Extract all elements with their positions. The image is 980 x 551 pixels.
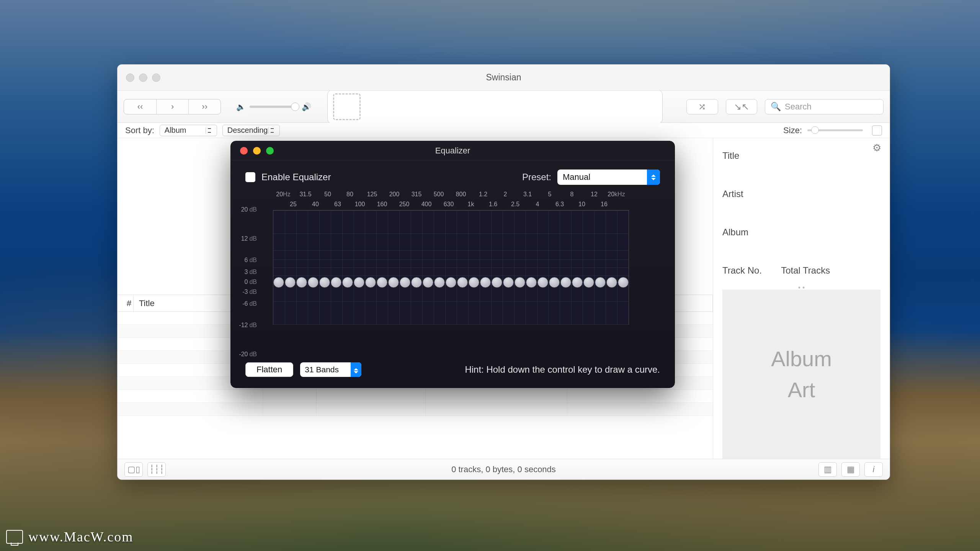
view-columns-button[interactable]: ▥ [818, 462, 837, 477]
search-field[interactable]: 🔍 Search [765, 99, 884, 114]
freq-label: 20Hz [272, 191, 294, 198]
size-label: Size: [783, 126, 802, 135]
eq-band-slider[interactable] [572, 277, 583, 288]
toolbar: ‹‹ › ›› 🔈 🔊 ⤮ ↘↖ 🔍 Search [118, 91, 890, 123]
preset-value: Manual [563, 172, 590, 182]
volume-low-icon: 🔈 [236, 102, 246, 111]
size-max-icon[interactable] [872, 126, 882, 135]
eq-band-slider[interactable] [595, 277, 606, 288]
freq-label: 400 [415, 201, 438, 208]
view-grid-button[interactable]: ▦ [841, 462, 860, 477]
eq-band-slider[interactable] [560, 277, 571, 288]
status-text: 0 tracks, 0 bytes, 0 seconds [118, 465, 890, 474]
eq-band-slider[interactable] [446, 277, 456, 288]
flatten-button[interactable]: Flatten [245, 362, 293, 377]
traffic-lights-inactive[interactable] [126, 73, 160, 82]
info-button[interactable]: i [864, 462, 883, 477]
volume-high-icon: 🔊 [302, 102, 311, 111]
next-button[interactable]: ›› [188, 99, 220, 114]
eq-band-slider[interactable] [331, 277, 341, 288]
freq-label: 630 [438, 201, 460, 208]
select-stepper-icon [351, 362, 361, 377]
eq-band-slider[interactable] [492, 277, 502, 288]
panel-left-icon: ▢▯ [127, 465, 140, 474]
checkbox-icon [245, 172, 255, 182]
gear-icon[interactable]: ⚙ [872, 142, 881, 154]
eq-band-slider[interactable] [514, 277, 525, 288]
album-art-well[interactable]: AlbumArt [722, 290, 880, 459]
eq-band-slider[interactable] [549, 277, 560, 288]
db-label: -3dB [242, 289, 257, 295]
sort-order-select[interactable]: Descending [222, 125, 280, 136]
column-number[interactable]: # [121, 295, 134, 312]
eq-band-slider[interactable] [273, 277, 284, 288]
watermark: www.MacW.com [6, 529, 133, 545]
eq-band-slider[interactable] [342, 277, 353, 288]
eq-band-slider[interactable] [583, 277, 594, 288]
enable-equalizer-checkbox[interactable]: Enable Equalizer [245, 172, 331, 183]
sort-field-select[interactable]: Album [160, 125, 217, 136]
freq-label: 250 [393, 201, 415, 208]
preset-select[interactable]: Manual [557, 170, 660, 185]
status-bar: ▢▯ ┆┆┆ 0 tracks, 0 bytes, 0 seconds ▥ ▦ … [118, 459, 890, 479]
collapse-button[interactable]: ↘↖ [726, 99, 757, 114]
freq-label: 50 [317, 191, 339, 198]
bands-select[interactable]: 31 Bands [300, 362, 361, 377]
minimize-icon[interactable] [139, 73, 147, 82]
eq-traffic-lights[interactable] [240, 147, 274, 155]
shuffle-icon: ⤮ [698, 101, 706, 112]
db-label: 12dB [241, 235, 257, 242]
volume-slider[interactable] [250, 106, 298, 108]
eq-band-slider[interactable] [606, 277, 617, 288]
info-title-label: Title [722, 150, 880, 161]
shuffle-button[interactable]: ⤮ [686, 99, 718, 114]
eq-band-slider[interactable] [503, 277, 514, 288]
freq-label: 500 [428, 191, 450, 198]
eq-band-slider[interactable] [434, 277, 445, 288]
eq-graph[interactable] [273, 210, 629, 325]
info-track-no-label: Track No. [722, 265, 762, 276]
db-label: 3dB [245, 269, 257, 276]
artwork-placeholder-icon [333, 93, 361, 120]
panel-divider-handle[interactable]: • • [722, 286, 880, 290]
eq-band-slider[interactable] [377, 277, 387, 288]
eq-band-slider[interactable] [618, 277, 629, 288]
eq-band-slider[interactable] [388, 277, 399, 288]
zoom-icon[interactable] [266, 147, 274, 155]
eq-band-slider[interactable] [526, 277, 537, 288]
eq-band-slider[interactable] [319, 277, 330, 288]
db-label: 6dB [245, 257, 257, 264]
eq-band-slider[interactable] [423, 277, 433, 288]
close-icon[interactable] [240, 147, 248, 155]
eq-band-slider[interactable] [457, 277, 468, 288]
eq-band-slider[interactable] [411, 277, 422, 288]
close-icon[interactable] [126, 73, 134, 82]
watermark-text: www.MacW.com [28, 529, 133, 545]
play-button[interactable]: › [156, 99, 188, 114]
previous-button[interactable]: ‹‹ [124, 99, 156, 114]
freq-label: 1k [460, 201, 482, 208]
freq-label: 160 [371, 201, 393, 208]
eq-title: Equalizer [231, 146, 675, 156]
eq-band-slider[interactable] [308, 277, 318, 288]
frequency-labels-bottom: 2540631001602504006301k1.62.546.31016 [231, 199, 675, 209]
size-slider[interactable] [807, 129, 863, 131]
sidebar-toggle-button[interactable]: ▢▯ [124, 462, 143, 477]
eq-band-slider[interactable] [469, 277, 479, 288]
freq-label: 16 [593, 201, 615, 208]
minimize-icon[interactable] [253, 147, 261, 155]
eq-hint-text: Hint: Hold down the control key to draw … [465, 364, 660, 375]
zoom-icon[interactable] [152, 73, 160, 82]
eq-band-slider[interactable] [400, 277, 410, 288]
freq-label: 12 [583, 191, 605, 198]
eq-band-slider[interactable] [537, 277, 548, 288]
size-thumb[interactable] [811, 126, 819, 134]
eq-band-slider[interactable] [285, 277, 296, 288]
eq-band-slider[interactable] [365, 277, 376, 288]
eq-band-slider[interactable] [354, 277, 364, 288]
volume-thumb[interactable] [291, 103, 299, 111]
equalizer-window: Equalizer Enable Equalizer Preset: Manua… [230, 141, 675, 388]
equalizer-button[interactable]: ┆┆┆ [147, 462, 166, 477]
eq-band-slider[interactable] [296, 277, 307, 288]
eq-band-slider[interactable] [480, 277, 491, 288]
